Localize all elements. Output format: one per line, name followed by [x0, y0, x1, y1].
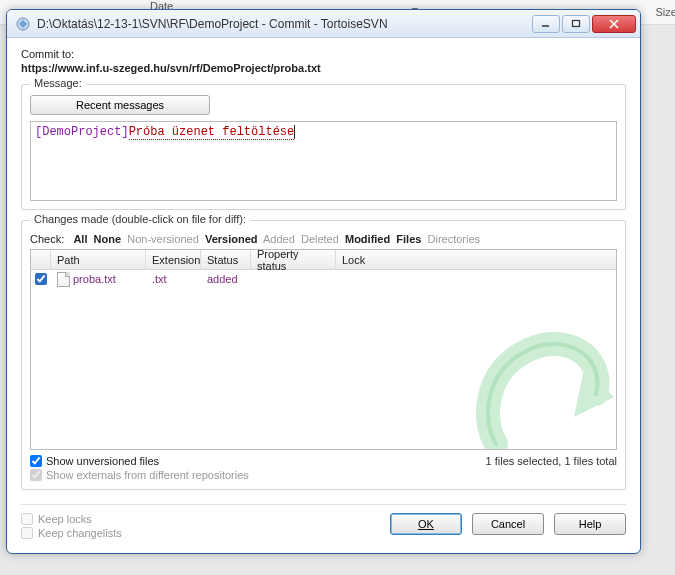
show-externals-checkbox: Show externals from different repositori…	[30, 469, 249, 481]
help-button[interactable]: Help	[554, 513, 626, 535]
filter-added[interactable]: Added	[263, 233, 295, 245]
maximize-button[interactable]	[562, 15, 590, 33]
message-group: Message: Recent messages [DemoProject]Pr…	[21, 84, 626, 210]
col-path[interactable]: Path	[51, 250, 146, 269]
commit-message-input[interactable]: [DemoProject]Próba üzenet feltöltése	[30, 121, 617, 201]
row-checkbox[interactable]	[35, 273, 47, 285]
app-icon	[15, 16, 31, 32]
selection-status: 1 files selected, 1 files total	[486, 455, 617, 467]
commit-dialog: D:\Oktatás\12-13-1\SVN\RF\DemoProject - …	[6, 9, 641, 554]
filter-row: Check: All None Non-versioned Versioned …	[30, 233, 617, 245]
file-icon	[57, 272, 70, 287]
col-status[interactable]: Status	[201, 250, 251, 269]
title-text: D:\Oktatás\12-13-1\SVN\RF\DemoProject - …	[37, 17, 532, 31]
tortoise-arrow-icon	[466, 319, 616, 450]
recent-messages-button[interactable]: Recent messages	[30, 95, 210, 115]
changes-group: Changes made (double-click on file for d…	[21, 220, 626, 490]
commit-to-label: Commit to:	[21, 48, 626, 60]
filter-versioned[interactable]: Versioned	[205, 233, 258, 245]
filter-directories[interactable]: Directories	[428, 233, 481, 245]
file-list-header[interactable]: Path Extension Status Property status Lo…	[31, 250, 616, 270]
minimize-button[interactable]	[532, 15, 560, 33]
keep-changelists-checkbox: Keep changelists	[21, 527, 122, 539]
filter-modified[interactable]: Modified	[345, 233, 390, 245]
file-list[interactable]: Path Extension Status Property status Lo…	[30, 249, 617, 450]
svg-rect-2	[573, 20, 580, 26]
titlebar[interactable]: D:\Oktatás\12-13-1\SVN\RF\DemoProject - …	[7, 10, 640, 38]
check-label: Check:	[30, 233, 64, 245]
col-extension[interactable]: Extension	[146, 250, 201, 269]
row-path: proba.txt	[73, 273, 116, 285]
close-button[interactable]	[592, 15, 636, 33]
row-status: added	[201, 273, 251, 285]
filter-files[interactable]: Files	[396, 233, 421, 245]
ok-button[interactable]: OK	[390, 513, 462, 535]
col-size: Size	[655, 6, 675, 18]
keep-locks-checkbox: Keep locks	[21, 513, 122, 525]
commit-url: https://www.inf.u-szeged.hu/svn/rf/DemoP…	[21, 62, 626, 74]
show-unversioned-checkbox[interactable]: Show unversioned files	[30, 455, 159, 467]
cancel-button[interactable]: Cancel	[472, 513, 544, 535]
table-row[interactable]: proba.txt .txt added	[31, 270, 616, 288]
filter-all[interactable]: All	[73, 233, 87, 245]
filter-nonversioned[interactable]: Non-versioned	[127, 233, 199, 245]
col-propstatus[interactable]: Property status	[251, 250, 336, 269]
changes-group-label: Changes made (double-click on file for d…	[30, 213, 250, 225]
filter-deleted[interactable]: Deleted	[301, 233, 339, 245]
col-lock[interactable]: Lock	[336, 250, 616, 269]
row-ext: .txt	[146, 273, 201, 285]
message-group-label: Message:	[30, 77, 86, 89]
col-checkbox[interactable]	[31, 250, 51, 269]
filter-none[interactable]: None	[94, 233, 122, 245]
